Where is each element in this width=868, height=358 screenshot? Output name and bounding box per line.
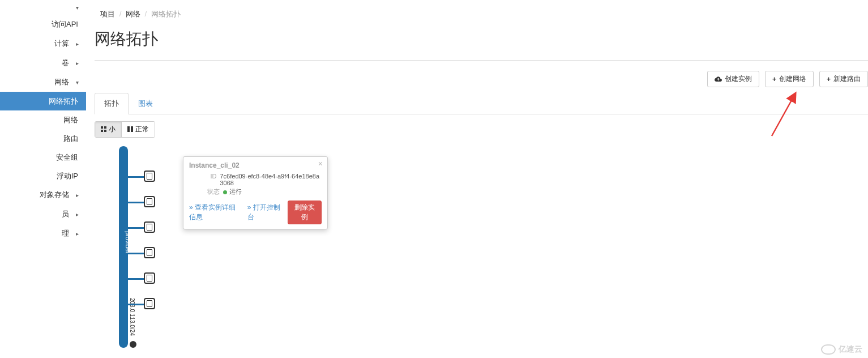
view-normal-button[interactable]: 正常 (122, 122, 155, 137)
button-label: 小 (109, 125, 116, 134)
globe-icon (130, 341, 136, 348)
status-running-icon (223, 190, 227, 194)
sidebar-item-object-storage[interactable]: 对象存储 ▸ (0, 185, 86, 204)
instance-connector (127, 227, 145, 229)
svg-rect-3 (104, 130, 106, 132)
view-toggle: 小 正常 (95, 121, 155, 138)
popup-id-value: 7c6fed09-efc8-48e4-a9f4-64e18e8a3068 (220, 173, 322, 186)
instance-node[interactable] (144, 221, 155, 233)
sidebar-item-label: 员 (62, 209, 69, 219)
cloud-upload-icon (715, 75, 722, 83)
button-label: 创建实例 (725, 74, 752, 84)
popup-status-label: 状态 (189, 187, 223, 196)
page-title: 网络拓扑 (95, 24, 868, 60)
instance-connector (127, 304, 145, 305)
popup-view-details-link[interactable]: » 查看实例详细信息 (189, 203, 242, 222)
create-network-button[interactable]: + 创建网络 (765, 71, 814, 87)
popup-status-text: 运行 (229, 188, 242, 195)
sidebar-api-link[interactable]: 访问API (0, 15, 86, 34)
sidebar-item-label: 理 (62, 228, 69, 238)
plus-icon: + (772, 75, 776, 83)
breadcrumb-sep: / (119, 10, 122, 18)
sidebar-sub-label: 浮动IP (57, 171, 78, 181)
svg-rect-5 (131, 126, 133, 132)
svg-rect-0 (101, 126, 103, 129)
sidebar-item-label: 计算 (54, 39, 69, 49)
watermark-text: 亿速云 (839, 344, 862, 355)
tab-row: 拓扑 图表 (95, 93, 868, 114)
tab-topology[interactable]: 拓扑 (95, 93, 129, 114)
sidebar-sub-label: 网络拓扑 (49, 96, 78, 106)
chevron-right-icon: ▸ (74, 231, 80, 237)
svg-rect-2 (101, 130, 103, 132)
topology-canvas: provider 203.0.113.0/24 × Instance_cli_0… (119, 146, 402, 350)
sidebar-item-label: 网络 (54, 77, 69, 87)
sidebar-sub-label: 网络 (63, 115, 78, 125)
network-name-label: provider (116, 231, 131, 254)
watermark: 亿速云 (821, 344, 862, 355)
breadcrumb-network[interactable]: 网络 (126, 10, 140, 18)
popup-id-label: ID (189, 173, 220, 186)
instance-connector (127, 253, 145, 254)
sidebar-api-label: 访问API (52, 19, 78, 29)
popup-actions: » 查看实例详细信息 » 打开控制台 删除实例 (189, 201, 322, 224)
instance-connector (127, 278, 145, 280)
popup-close-button[interactable]: × (318, 159, 323, 168)
view-small-button[interactable]: 小 (95, 122, 122, 137)
sidebar-sub-topology[interactable]: 网络拓扑 (0, 92, 86, 110)
tab-label: 图表 (138, 99, 153, 108)
tab-label: 拓扑 (104, 99, 119, 108)
instance-node[interactable] (144, 298, 155, 309)
sidebar-sub-label: 路由 (63, 134, 78, 144)
svg-rect-1 (104, 126, 106, 129)
sidebar-item-label: 对象存储 (40, 190, 69, 200)
instance-node[interactable] (144, 171, 155, 182)
sidebar-sub-floating-ip[interactable]: 浮动IP (0, 167, 86, 185)
chevron-right-icon: ▸ (74, 211, 80, 218)
instance-node[interactable] (144, 272, 155, 284)
popup-title: Instance_cli_02 (189, 161, 322, 169)
breadcrumb-project[interactable]: 项目 (100, 10, 115, 18)
button-label: 创建网络 (779, 74, 806, 84)
sidebar: ▾ 访问API 计算 ▸ 卷 ▸ 网络 ▾ 网络拓扑 网络 路由 安全组 浮动I… (0, 0, 86, 358)
tab-chart[interactable]: 图表 (129, 93, 163, 114)
popup-status-value: 运行 (223, 187, 242, 196)
sidebar-item-volume[interactable]: 卷 ▸ (0, 53, 86, 73)
popup-row-id: ID 7c6fed09-efc8-48e4-a9f4-64e18e8a3068 (189, 173, 322, 186)
instance-popup: × Instance_cli_02 ID 7c6fed09-efc8-48e4-… (183, 156, 328, 229)
button-label: 正常 (135, 125, 149, 134)
breadcrumb-current: 网络拓扑 (151, 10, 181, 18)
instance-connector (127, 176, 145, 178)
breadcrumb-sep: / (145, 10, 147, 18)
grid-icon (101, 126, 106, 134)
create-router-button[interactable]: + 新建路由 (819, 71, 868, 87)
popup-row-status: 状态 运行 (189, 187, 322, 196)
plus-icon: + (827, 75, 831, 83)
sidebar-sub-label: 安全组 (56, 152, 78, 163)
chevron-down-icon: ▾ (74, 5, 80, 11)
sidebar-collapse[interactable]: ▾ (0, 0, 86, 15)
create-instance-button[interactable]: 创建实例 (707, 71, 759, 87)
columns-icon (127, 126, 133, 134)
popup-open-console-link[interactable]: » 打开控制台 (247, 203, 282, 222)
sidebar-sub-network[interactable]: 网络 (0, 110, 86, 129)
sidebar-item-truncated-2[interactable]: 理 ▸ (0, 224, 86, 243)
instance-node[interactable] (144, 196, 155, 207)
sidebar-sub-security-group[interactable]: 安全组 (0, 148, 86, 167)
action-row: 创建实例 + 创建网络 + 新建路由 (95, 61, 868, 93)
sidebar-item-label: 卷 (62, 58, 69, 68)
chevron-right-icon: ▸ (74, 192, 80, 198)
chevron-down-icon: ▾ (74, 79, 80, 86)
sidebar-item-truncated-1[interactable]: 员 ▸ (0, 204, 86, 224)
instance-node[interactable] (144, 247, 155, 258)
button-label: 新建路由 (833, 74, 861, 84)
svg-rect-4 (127, 126, 130, 132)
breadcrumb: 项目 / 网络 / 网络拓扑 (95, 0, 868, 24)
instance-connector (127, 202, 145, 203)
sidebar-item-compute[interactable]: 计算 ▸ (0, 34, 86, 53)
sidebar-sub-router[interactable]: 路由 (0, 129, 86, 148)
popup-delete-instance-button[interactable]: 删除实例 (288, 201, 322, 224)
main-content: 项目 / 网络 / 网络拓扑 网络拓扑 创建实例 + 创建网络 + 新建路由 拓… (95, 0, 868, 358)
sidebar-item-network[interactable]: 网络 ▾ (0, 73, 86, 92)
chevron-right-icon: ▸ (74, 41, 80, 47)
